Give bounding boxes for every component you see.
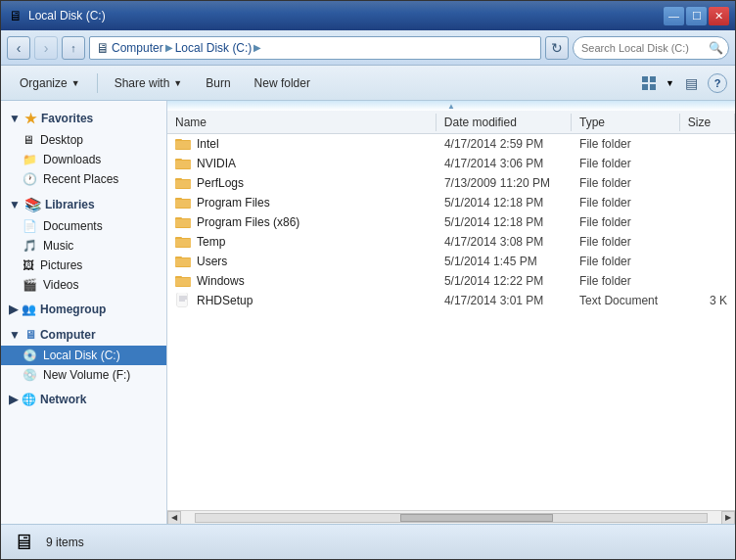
- sidebar-item-documents[interactable]: 📄 Documents: [1, 216, 166, 236]
- search-wrapper: 🔍: [573, 36, 729, 60]
- file-name: NVIDIA: [197, 157, 236, 170]
- svg-rect-15: [175, 200, 191, 208]
- file-name-cell: Program Files: [167, 194, 437, 211]
- file-type-cell: File folder: [572, 156, 680, 171]
- table-row[interactable]: Users 5/1/2014 1:45 PM File folder: [167, 252, 735, 271]
- scroll-top-indicator: ▲: [167, 101, 735, 111]
- local-disk-c-label: Local Disk (C:): [43, 349, 120, 362]
- scroll-left-button[interactable]: ◀: [167, 511, 181, 525]
- help-button[interactable]: ?: [708, 73, 727, 93]
- table-row[interactable]: Windows 5/1/2014 12:22 PM File folder: [167, 271, 735, 291]
- homegroup-section: ▶ 👥 Homegroup: [1, 299, 166, 320]
- col-header-date[interactable]: Date modified: [437, 114, 572, 131]
- col-header-size[interactable]: Size: [680, 114, 735, 131]
- music-icon: 🎵: [23, 239, 37, 253]
- svg-rect-29: [177, 293, 187, 306]
- file-size-cell: [680, 241, 735, 243]
- new-folder-button[interactable]: New folder: [244, 70, 321, 96]
- col-header-name[interactable]: Name: [167, 114, 437, 131]
- table-row[interactable]: RHDSetup 4/17/2014 3:01 PM Text Document…: [167, 291, 735, 310]
- breadcrumb-sep1: ▶: [165, 42, 173, 53]
- homegroup-header[interactable]: ▶ 👥 Homegroup: [1, 299, 166, 320]
- sidebar-item-music[interactable]: 🎵 Music: [1, 236, 166, 256]
- favorites-arrow: ▼: [9, 112, 21, 125]
- sidebar-item-recent[interactable]: 🕐 Recent Places: [1, 169, 166, 189]
- status-bar: 🖥 9 items: [1, 524, 735, 559]
- view-options-button[interactable]: [636, 70, 662, 96]
- documents-label: Documents: [43, 219, 103, 233]
- scrollbar-track[interactable]: [195, 513, 708, 523]
- close-button[interactable]: ✕: [709, 7, 729, 25]
- scroll-right-button[interactable]: ▶: [721, 511, 735, 525]
- breadcrumb-computer[interactable]: Computer: [112, 41, 163, 55]
- pane-button[interactable]: ▤: [678, 70, 704, 96]
- file-name: Intel: [197, 137, 219, 151]
- forward-button[interactable]: ›: [34, 36, 58, 60]
- table-row[interactable]: NVIDIA 4/17/2014 3:06 PM File folder: [167, 154, 735, 173]
- horizontal-scrollbar[interactable]: ◀ ▶: [167, 510, 735, 524]
- downloads-icon: 📁: [23, 153, 37, 166]
- col-name-label: Name: [175, 116, 207, 129]
- table-row[interactable]: Program Files (x86) 5/1/2014 12:18 PM Fi…: [167, 212, 735, 232]
- table-row[interactable]: Temp 4/17/2014 3:08 PM File folder: [167, 232, 735, 252]
- file-date-cell: 5/1/2014 12:18 PM: [437, 195, 572, 210]
- file-size-cell: [680, 280, 735, 282]
- svg-rect-6: [175, 141, 191, 149]
- sidebar-item-new-volume-f[interactable]: 💿 New Volume (F:): [1, 365, 166, 385]
- libraries-header[interactable]: ▼ 📚 Libraries: [1, 193, 166, 216]
- libraries-arrow: ▼: [9, 198, 21, 211]
- organize-chevron: ▼: [71, 78, 80, 88]
- title-bar-left: 🖥 Local Disk (C:): [9, 8, 106, 23]
- window-title: Local Disk (C:): [28, 9, 106, 23]
- refresh-button[interactable]: ↻: [545, 36, 569, 60]
- burn-button[interactable]: Burn: [195, 70, 241, 96]
- maximize-button[interactable]: ☐: [686, 7, 707, 25]
- favorites-header[interactable]: ▼ ★ Favorites: [1, 107, 166, 130]
- folder-icon: [175, 214, 191, 230]
- file-name-cell: Users: [167, 253, 437, 270]
- up-button[interactable]: ↑: [62, 36, 85, 60]
- sidebar-item-videos[interactable]: 🎬 Videos: [1, 275, 166, 295]
- file-type-cell: File folder: [572, 273, 680, 289]
- file-size-cell: [680, 260, 735, 262]
- search-input[interactable]: [573, 36, 729, 60]
- downloads-label: Downloads: [43, 153, 101, 166]
- file-size-cell: 3 K: [680, 293, 735, 308]
- table-row[interactable]: Intel 4/17/2014 2:59 PM File folder: [167, 134, 735, 154]
- share-with-button[interactable]: Share with ▼: [104, 70, 194, 96]
- svg-rect-24: [175, 258, 191, 266]
- svg-rect-9: [175, 161, 191, 168]
- folder-icon: [175, 175, 191, 191]
- organize-button[interactable]: Organize ▼: [9, 70, 91, 96]
- file-date-cell: 5/1/2014 12:22 PM: [437, 273, 572, 289]
- table-row[interactable]: Program Files 5/1/2014 12:18 PM File fol…: [167, 193, 735, 212]
- file-name: PerfLogs: [197, 176, 244, 190]
- scroll-top-arrow: ▲: [447, 102, 455, 111]
- col-header-type[interactable]: Type: [572, 114, 680, 131]
- svg-rect-21: [175, 239, 191, 247]
- col-date-label: Date modified: [444, 116, 517, 129]
- favorites-section: ▼ ★ Favorites 🖥 Desktop 📁 Downloads 🕐 Re…: [1, 107, 166, 189]
- music-label: Music: [43, 239, 73, 253]
- videos-icon: 🎬: [23, 278, 37, 292]
- file-date-cell: 7/13/2009 11:20 PM: [437, 175, 572, 191]
- breadcrumb-localdisk[interactable]: Local Disk (C:): [175, 41, 253, 55]
- scrollbar-thumb[interactable]: [400, 514, 554, 522]
- folder-icon: [175, 273, 191, 289]
- network-header[interactable]: ▶ 🌐 Network: [1, 389, 166, 410]
- file-type-cell: File folder: [572, 195, 680, 210]
- desktop-icon: 🖥: [23, 133, 34, 147]
- sidebar-item-local-disk-c[interactable]: 💿 Local Disk (C:): [1, 346, 166, 365]
- sidebar-item-desktop[interactable]: 🖥 Desktop: [1, 130, 166, 150]
- sidebar-item-pictures[interactable]: 🖼 Pictures: [1, 256, 166, 275]
- explorer-window: 🖥 Local Disk (C:) — ☐ ✕ ‹ › ↑ 🖥 Computer…: [0, 0, 736, 560]
- computer-icon: 🖥: [24, 328, 36, 342]
- table-row[interactable]: PerfLogs 7/13/2009 11:20 PM File folder: [167, 173, 735, 193]
- libraries-label: Libraries: [45, 198, 95, 211]
- computer-header[interactable]: ▼ 🖥 Computer: [1, 324, 166, 346]
- back-button[interactable]: ‹: [7, 36, 30, 60]
- new-volume-f-label: New Volume (F:): [43, 368, 130, 382]
- file-name-cell: RHDSetup: [167, 292, 437, 309]
- sidebar-item-downloads[interactable]: 📁 Downloads: [1, 150, 166, 169]
- minimize-button[interactable]: —: [664, 7, 684, 25]
